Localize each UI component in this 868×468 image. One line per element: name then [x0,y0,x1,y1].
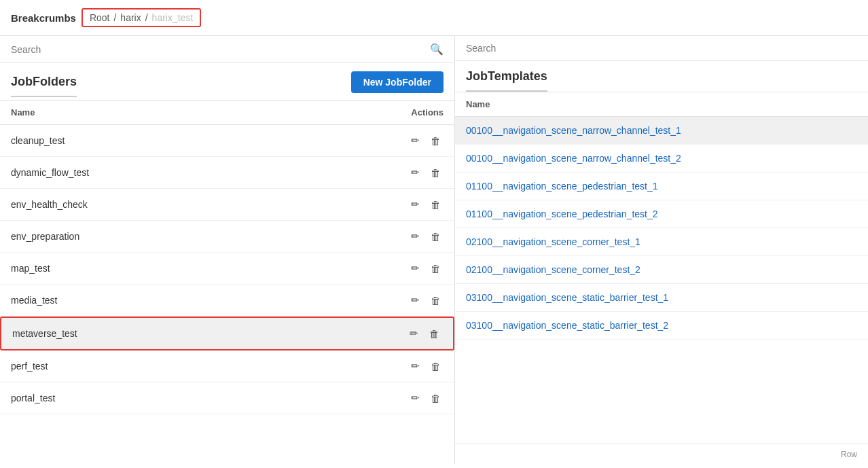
delete-button[interactable]: 🗑 [428,359,444,374]
left-search-input[interactable] [11,44,424,55]
edit-button[interactable]: ✏ [407,326,421,341]
main-layout: 🔍 JobFolders New JobFolder Name Actions … [0,36,868,465]
left-panel: 🔍 JobFolders New JobFolder Name Actions … [0,36,455,465]
template-list: 00100__navigation_scene_narrow_channel_t… [455,117,868,444]
left-section-title: JobFolders [11,75,77,97]
template-row[interactable]: 01100__navigation_scene_pedestrian_test_… [455,200,868,228]
template-name: 02100__navigation_scene_corner_test_2 [466,264,640,275]
delete-button[interactable]: 🗑 [428,391,444,406]
folder-row[interactable]: metaverse_test ✏ 🗑 [0,317,454,350]
left-col-actions: Actions [411,107,444,118]
right-col-name: Name [466,99,490,109]
right-col-header: Name [455,92,868,117]
folder-name: media_test [11,295,57,306]
template-name: 00100__navigation_scene_narrow_channel_t… [466,125,681,136]
breadcrumb-sep-1: / [113,12,116,23]
delete-button[interactable]: 🗑 [428,166,444,180]
template-name: 03100__navigation_scene_static_barrier_t… [466,320,668,331]
folder-actions: ✏ 🗑 [408,165,444,180]
template-row[interactable]: 02100__navigation_scene_corner_test_1 [455,228,868,256]
edit-button[interactable]: ✏ [408,197,422,212]
edit-button[interactable]: ✏ [408,391,422,406]
template-name: 02100__navigation_scene_corner_test_1 [466,236,640,247]
right-search-bar [455,36,868,61]
template-name: 03100__navigation_scene_static_barrier_t… [466,292,668,303]
folder-name: map_test [11,263,50,274]
left-search-bar: 🔍 [0,36,454,63]
folder-name: env_preparation [11,231,79,242]
breadcrumb-label: Breakcrumbs [11,12,76,24]
new-jobfolder-button[interactable]: New JobFolder [351,71,444,93]
folder-row[interactable]: env_preparation ✏ 🗑 [0,221,454,253]
delete-button[interactable]: 🗑 [428,134,444,148]
delete-button[interactable]: 🗑 [428,230,444,244]
delete-button[interactable]: 🗑 [428,262,444,276]
folder-name: dynamic_flow_test [11,167,89,178]
folder-name: cleanup_test [11,135,65,146]
template-name: 01100__navigation_scene_pedestrian_test_… [466,209,658,219]
folder-row[interactable]: env_health_check ✏ 🗑 [0,189,454,221]
row-count: Row [455,444,868,465]
breadcrumb-harix[interactable]: harix [120,12,141,23]
folder-name: env_health_check [11,199,88,210]
breadcrumb-container: Root / harix / harix_test [82,8,201,27]
folder-row[interactable]: map_test ✏ 🗑 [0,253,454,285]
breadcrumb-root[interactable]: Root [90,12,110,23]
folder-row[interactable]: dynamic_flow_test ✏ 🗑 [0,157,454,189]
left-col-name: Name [11,107,35,118]
template-row[interactable]: 00100__navigation_scene_narrow_channel_t… [455,117,868,145]
folder-actions: ✏ 🗑 [407,326,442,341]
right-search-input[interactable] [466,43,857,54]
folder-actions: ✏ 🗑 [408,197,444,212]
folder-list: cleanup_test ✏ 🗑 dynamic_flow_test ✏ 🗑 e… [0,125,454,465]
folder-name: portal_test [11,393,55,403]
folder-actions: ✏ 🗑 [408,359,444,374]
delete-button[interactable]: 🗑 [428,293,444,308]
edit-button[interactable]: ✏ [408,165,422,180]
breadcrumb-harix-test[interactable]: harix_test [152,12,194,23]
breadcrumb-sep-2: / [145,12,148,23]
folder-actions: ✏ 🗑 [408,133,444,148]
edit-button[interactable]: ✏ [408,133,422,148]
breadcrumb-bar: Breakcrumbs Root / harix / harix_test [0,0,868,36]
edit-button[interactable]: ✏ [408,293,422,308]
template-name: 01100__navigation_scene_pedestrian_test_… [466,181,658,192]
template-row[interactable]: 00100__navigation_scene_narrow_channel_t… [455,145,868,173]
folder-name: perf_test [11,361,48,372]
folder-row[interactable]: cleanup_test ✏ 🗑 [0,125,454,157]
template-row[interactable]: 03100__navigation_scene_static_barrier_t… [455,312,868,340]
folder-row[interactable]: perf_test ✏ 🗑 [0,350,454,382]
folder-actions: ✏ 🗑 [408,391,444,406]
right-section-title: JobTemplates [466,69,547,92]
template-row[interactable]: 02100__navigation_scene_corner_test_2 [455,256,868,284]
folder-actions: ✏ 🗑 [408,293,444,308]
folder-row[interactable]: portal_test ✏ 🗑 [0,382,454,414]
left-section-header: JobFolders New JobFolder [0,63,454,101]
folder-actions: ✏ 🗑 [408,261,444,276]
template-name: 00100__navigation_scene_narrow_channel_t… [466,153,681,164]
folder-actions: ✏ 🗑 [408,229,444,244]
right-panel: JobTemplates Name 00100__navigation_scen… [455,36,868,465]
template-row[interactable]: 01100__navigation_scene_pedestrian_test_… [455,173,868,200]
edit-button[interactable]: ✏ [408,261,422,276]
delete-button[interactable]: 🗑 [427,327,442,341]
folder-row[interactable]: media_test ✏ 🗑 [0,285,454,317]
left-col-header: Name Actions [0,101,454,125]
template-row[interactable]: 03100__navigation_scene_static_barrier_t… [455,284,868,312]
folder-name: metaverse_test [12,328,77,339]
edit-button[interactable]: ✏ [408,359,422,374]
left-search-icon: 🔍 [430,43,444,56]
edit-button[interactable]: ✏ [408,229,422,244]
right-section-header: JobTemplates [455,61,868,92]
delete-button[interactable]: 🗑 [428,198,444,212]
